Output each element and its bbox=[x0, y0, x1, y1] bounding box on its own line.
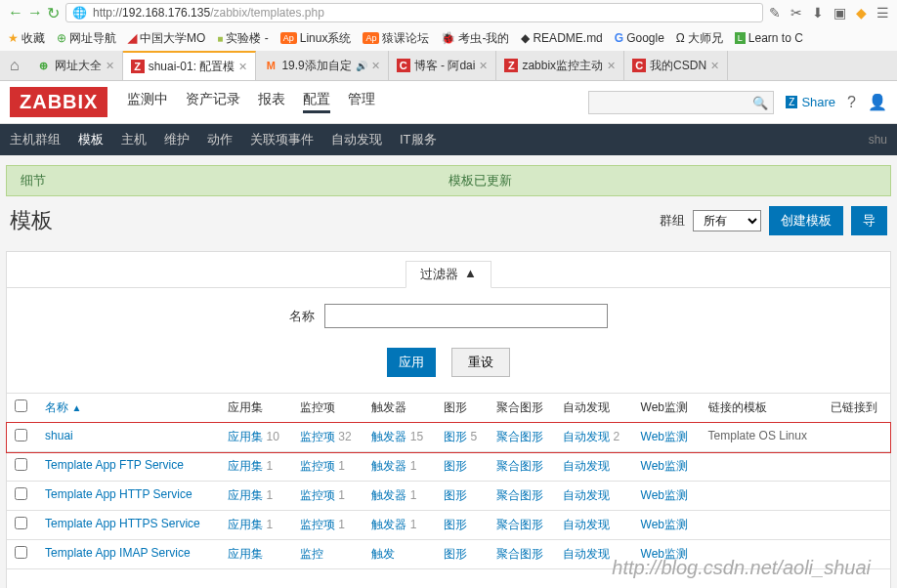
cell-link[interactable]: Web监测 bbox=[641, 459, 688, 473]
cell-link[interactable]: 聚合图形 bbox=[496, 459, 543, 473]
cell-link[interactable]: 监控 bbox=[300, 547, 323, 561]
bookmark-item[interactable]: LLearn to C bbox=[735, 31, 803, 45]
cell-link[interactable]: 图形 bbox=[444, 459, 467, 473]
bookmark-item[interactable]: ⊕网址导航 bbox=[57, 30, 116, 47]
bookmark-item[interactable]: ■实验楼 - bbox=[217, 30, 268, 47]
close-icon[interactable]: ✕ bbox=[607, 60, 616, 72]
cell-link[interactable]: 触发器 bbox=[371, 488, 406, 502]
subnav-item[interactable]: 维护 bbox=[164, 124, 190, 155]
cell-link[interactable]: 图形 bbox=[444, 547, 467, 561]
reset-button[interactable]: 重设 bbox=[451, 348, 510, 377]
cell-link[interactable]: 监控项 bbox=[300, 459, 335, 473]
zabbix-logo[interactable]: ZABBIX bbox=[10, 87, 107, 117]
bookmark-item[interactable]: ◆README.md bbox=[521, 31, 602, 45]
cell-link[interactable]: 图形 bbox=[444, 430, 467, 443]
bookmark-item[interactable]: ApLinux系统 bbox=[280, 30, 352, 47]
cell-link[interactable]: 聚合图形 bbox=[496, 518, 543, 531]
bookmark-item[interactable]: ◢中国大学MO bbox=[128, 30, 205, 47]
cell-link[interactable]: Web监测 bbox=[641, 430, 688, 443]
column-header[interactable]: 名称 ▲ bbox=[37, 394, 220, 423]
close-icon[interactable]: ✕ bbox=[371, 60, 380, 72]
close-icon[interactable]: ✕ bbox=[479, 60, 488, 72]
subnav-item[interactable]: 主机 bbox=[121, 124, 147, 155]
browser-tab[interactable]: C我的CSDN✕ bbox=[624, 51, 728, 80]
template-name-link[interactable]: Template App FTP Service bbox=[45, 458, 184, 472]
forward-icon[interactable]: → bbox=[27, 4, 43, 22]
close-icon[interactable]: ✕ bbox=[710, 60, 719, 72]
cell-link[interactable]: Web监测 bbox=[641, 518, 688, 531]
subnav-item[interactable]: 动作 bbox=[207, 124, 233, 155]
cell-link[interactable]: 触发器 bbox=[371, 430, 406, 443]
cell-link[interactable]: 图形 bbox=[444, 518, 467, 531]
cell-link[interactable]: 自动发现 bbox=[563, 518, 610, 531]
cell-link[interactable]: 聚合图形 bbox=[496, 430, 543, 443]
cell-link[interactable]: 图形 bbox=[444, 488, 467, 502]
cell-link[interactable]: 自动发现 bbox=[563, 488, 610, 502]
cell-link[interactable]: Web监测 bbox=[641, 488, 688, 502]
filter-tab[interactable]: 过滤器 ▲ bbox=[406, 261, 491, 288]
mainnav-item[interactable]: 配置 bbox=[303, 91, 330, 113]
template-name-link[interactable]: shuai bbox=[45, 429, 73, 442]
search-input[interactable] bbox=[588, 91, 774, 114]
apply-button[interactable]: 应用 bbox=[387, 348, 436, 377]
cell-link[interactable]: 应用集 bbox=[228, 547, 263, 561]
close-icon[interactable]: ✕ bbox=[106, 60, 114, 72]
cell-link[interactable]: 触发器 bbox=[371, 459, 406, 473]
subnav-item[interactable]: 关联项事件 bbox=[250, 124, 314, 155]
cell-link[interactable]: 聚合图形 bbox=[496, 488, 543, 502]
bookmark-item[interactable]: 🐞考虫-我的 bbox=[441, 30, 509, 47]
browser-tab[interactable]: C博客 - 阿dai✕ bbox=[389, 51, 497, 80]
mainnav-item[interactable]: 管理 bbox=[348, 91, 375, 113]
cell-link[interactable]: 监控项 bbox=[300, 518, 335, 531]
help-icon[interactable]: ? bbox=[847, 94, 856, 111]
scissors-icon[interactable]: ✂ bbox=[790, 5, 802, 21]
browser-tab[interactable]: Zzabbix监控主动✕ bbox=[496, 51, 624, 80]
subnav-item[interactable]: 主机群组 bbox=[10, 124, 61, 155]
import-button[interactable]: 导 bbox=[851, 206, 887, 235]
download-icon[interactable]: ⬇ bbox=[812, 5, 824, 21]
menu-icon[interactable]: ☰ bbox=[876, 5, 889, 21]
bookmark-item[interactable]: Ω大师兄 bbox=[676, 30, 723, 47]
cell-link[interactable]: 聚合图形 bbox=[496, 547, 543, 561]
cell-link[interactable]: 自动发现 bbox=[563, 430, 610, 443]
cell-link[interactable]: 触发 bbox=[371, 547, 395, 561]
row-checkbox[interactable] bbox=[15, 429, 27, 441]
cell-link[interactable]: 自动发现 bbox=[563, 547, 610, 561]
bookmark-item[interactable]: Ap猿课论坛 bbox=[363, 30, 429, 47]
row-checkbox[interactable] bbox=[15, 546, 27, 559]
browser-tab[interactable]: Zshuai-01: 配置模✕ bbox=[123, 51, 257, 80]
mainnav-item[interactable]: 报表 bbox=[258, 91, 285, 113]
brush-icon[interactable]: ✎ bbox=[769, 5, 781, 21]
cell-link[interactable]: 应用集 bbox=[228, 488, 263, 502]
url-bar[interactable]: 🌐 http:// 192.168.176.135 /zabbix/templa… bbox=[65, 3, 763, 22]
mainnav-item[interactable]: 资产记录 bbox=[186, 91, 240, 113]
subnav-item[interactable]: 模板 bbox=[78, 124, 104, 155]
row-checkbox[interactable] bbox=[15, 458, 27, 471]
subnav-item[interactable]: IT服务 bbox=[400, 124, 437, 155]
back-icon[interactable]: ← bbox=[8, 4, 23, 22]
close-icon[interactable]: ✕ bbox=[238, 61, 247, 73]
template-name-link[interactable]: Template App HTTP Service bbox=[45, 487, 192, 501]
share-link[interactable]: ZShare bbox=[786, 95, 835, 109]
sound-icon[interactable]: 🔊 bbox=[356, 61, 367, 71]
cell-link[interactable]: 应用集 bbox=[228, 430, 263, 443]
template-name-link[interactable]: Template App HTTPS Service bbox=[45, 517, 200, 530]
row-checkbox[interactable] bbox=[15, 517, 27, 529]
browser-tab[interactable]: M19.9添加自定🔊✕ bbox=[256, 51, 388, 80]
search-icon[interactable]: 🔍 bbox=[752, 96, 768, 110]
user-icon[interactable]: 👤 bbox=[868, 93, 887, 111]
translate-icon[interactable]: ▣ bbox=[833, 5, 846, 21]
extension-icon[interactable]: ◆ bbox=[856, 5, 867, 21]
status-detail-link[interactable]: 细节 bbox=[21, 172, 448, 189]
cell-link[interactable]: 自动发现 bbox=[563, 459, 610, 473]
cell-link[interactable]: 触发器 bbox=[371, 518, 406, 531]
select-all-checkbox[interactable] bbox=[15, 399, 27, 412]
template-name-link[interactable]: Template App IMAP Service bbox=[45, 546, 191, 560]
subnav-item[interactable]: 自动发现 bbox=[331, 124, 382, 155]
cell-link[interactable]: 监控项 bbox=[300, 488, 335, 502]
reload-icon[interactable]: ↻ bbox=[47, 4, 60, 22]
group-select[interactable]: 所有 bbox=[693, 210, 761, 231]
cell-link[interactable]: 应用集 bbox=[228, 459, 263, 473]
create-template-button[interactable]: 创建模板 bbox=[769, 206, 843, 235]
cell-link[interactable]: Web监测 bbox=[641, 547, 688, 561]
